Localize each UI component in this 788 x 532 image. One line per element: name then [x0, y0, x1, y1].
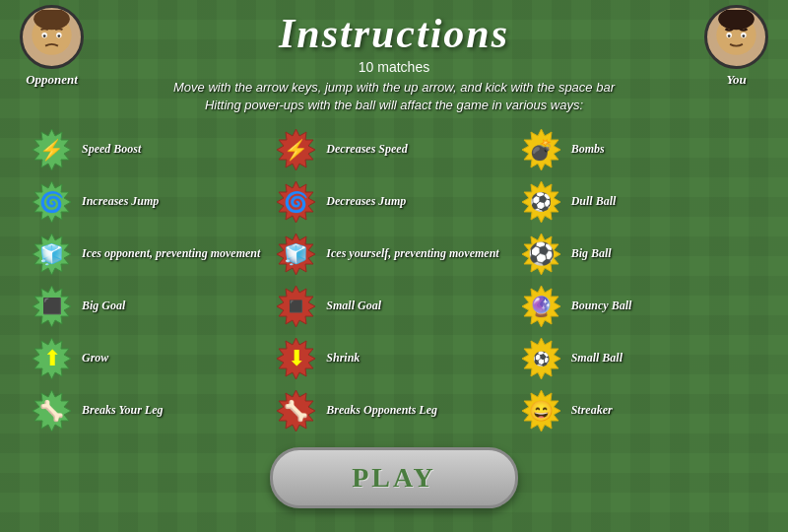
item-speed-boost: ⚡ Speed Boost — [30, 127, 269, 171]
opponent-avatar — [20, 5, 84, 69]
instruction2-text: Hitting power-ups with the ball will aff… — [0, 98, 788, 112]
dull-ball-icon: ⚽ — [519, 179, 563, 224]
item-streaker: 😄 Streaker — [519, 388, 758, 432]
small-goal-label: Small Goal — [326, 299, 381, 312]
you-avatar-container: You — [704, 5, 768, 88]
item-bouncy-ball: 🔮 Bouncy Ball — [519, 284, 758, 328]
streaker-icon: 😄 — [519, 388, 563, 432]
item-ices-yourself: 🧊 Ices yourself, preventing movement — [274, 232, 513, 276]
item-small-ball: ⚽ Small Ball — [519, 336, 758, 380]
item-shrink: ⬇ Shrink — [274, 336, 513, 380]
svg-point-6 — [57, 34, 60, 37]
shrink-icon: ⬇ — [274, 336, 318, 380]
big-ball-icon: ⚽ — [519, 232, 563, 276]
decreases-speed-icon: ⚡ — [274, 127, 318, 171]
grow-icon: ⬆ — [30, 336, 74, 380]
ices-opponent-label: Ices opponent, preventing movement — [82, 246, 260, 260]
item-dull-ball: ⚽ Dull Ball — [519, 179, 758, 224]
svg-point-5 — [43, 34, 46, 37]
you-avatar — [704, 5, 768, 69]
speed-boost-label: Speed Boost — [82, 142, 141, 156]
item-big-goal: ⬛ Big Goal — [30, 284, 269, 328]
item-breaks-opponents-leg: 🦴 Breaks Opponents Leg — [274, 388, 513, 432]
breaks-your-leg-icon: 🦴 — [30, 388, 74, 432]
breaks-opponents-leg-label: Breaks Opponents Leg — [326, 403, 437, 417]
bouncy-ball-label: Bouncy Ball — [571, 299, 632, 312]
decreases-jump-label: Decreases Jump — [326, 194, 406, 208]
dull-ball-label: Dull Ball — [571, 194, 617, 208]
you-label: You — [726, 72, 746, 88]
big-ball-label: Big Ball — [571, 246, 612, 260]
grow-label: Grow — [82, 351, 108, 365]
streaker-label: Streaker — [571, 403, 613, 417]
items-grid: ⚡ Speed Boost ⚡ Decreases Speed 💣 Bombs … — [0, 117, 788, 442]
bombs-label: Bombs — [571, 142, 605, 156]
item-bombs: 💣 Bombs — [519, 127, 758, 171]
decreases-jump-icon: 🌀 — [274, 179, 318, 224]
increases-jump-label: Increases Jump — [82, 194, 159, 208]
small-goal-icon: ⬛ — [274, 284, 318, 328]
item-breaks-your-leg: 🦴 Breaks Your Leg — [30, 388, 269, 432]
shrink-label: Shrink — [326, 351, 360, 365]
item-small-goal: ⬛ Small Goal — [274, 284, 513, 328]
opponent-label: Opponent — [26, 72, 78, 88]
ices-yourself-icon: 🧊 — [274, 232, 318, 276]
bombs-icon: 💣 — [519, 127, 563, 171]
ices-yourself-label: Ices yourself, preventing movement — [326, 246, 498, 260]
bouncy-ball-icon: 🔮 — [519, 284, 563, 328]
item-ices-opponent: 🧊 Ices opponent, preventing movement — [30, 232, 269, 276]
item-increases-jump: 🌀 Increases Jump — [30, 179, 269, 224]
breaks-opponents-leg-icon: 🦴 — [274, 388, 318, 432]
big-goal-icon: ⬛ — [30, 284, 74, 328]
opponent-avatar-container: Opponent — [20, 5, 84, 88]
increases-jump-icon: 🌀 — [30, 179, 74, 224]
item-big-ball: ⚽ Big Ball — [519, 232, 758, 276]
ices-opponent-icon: 🧊 — [30, 232, 74, 276]
item-decreases-speed: ⚡ Decreases Speed — [274, 127, 513, 171]
big-goal-label: Big Goal — [82, 299, 125, 312]
speed-boost-icon: ⚡ — [30, 127, 74, 171]
play-button-wrapper: PLAY — [0, 447, 788, 508]
decreases-speed-label: Decreases Speed — [326, 142, 407, 156]
svg-point-12 — [728, 34, 731, 37]
small-ball-label: Small Ball — [571, 351, 623, 365]
item-decreases-jump: 🌀 Decreases Jump — [274, 179, 513, 224]
item-grow: ⬆ Grow — [30, 336, 269, 380]
play-button[interactable]: PLAY — [270, 447, 518, 508]
breaks-your-leg-label: Breaks Your Leg — [82, 403, 163, 417]
small-ball-icon: ⚽ — [519, 336, 563, 380]
svg-point-13 — [742, 34, 745, 37]
